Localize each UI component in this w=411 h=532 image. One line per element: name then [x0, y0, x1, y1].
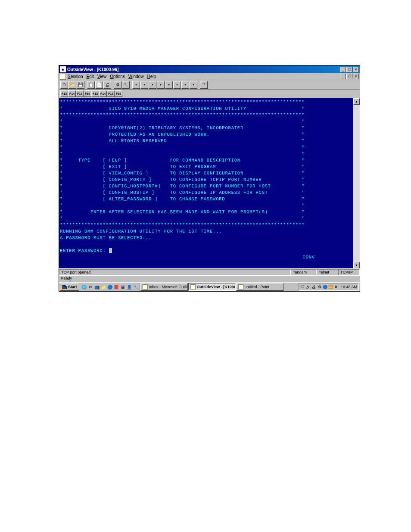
- fkey-f14a[interactable]: F14: [68, 90, 76, 97]
- scroll-up-icon[interactable]: ▲: [353, 98, 360, 105]
- status-tandem: Tandem: [291, 269, 317, 275]
- app-icon: ◆: [60, 66, 66, 72]
- tool3-icon[interactable]: ▪: [149, 81, 156, 89]
- tray-icon-5[interactable]: 🔵: [323, 284, 328, 289]
- t-line: * [ CONFIG_HOSTIP ] TO CONFIGURE IP ADDR…: [60, 190, 305, 195]
- paste-icon[interactable]: 📄: [95, 81, 103, 89]
- scroll-track[interactable]: [353, 105, 360, 262]
- print-icon[interactable]: 🖨: [103, 81, 111, 89]
- settings-icon[interactable]: 🔧: [122, 81, 130, 89]
- t-line: * ALL RIGHTS RESERVED *: [60, 138, 305, 143]
- t-prompt: ENTER PASSWORD:: [60, 248, 109, 253]
- terminal-container: ****************************************…: [59, 98, 360, 268]
- system-tray: 🛡 🔊 🖨 ⚙ 🔵 📶 🖥 10:48 AM: [299, 283, 359, 291]
- outer-close-button[interactable]: ✕: [353, 67, 359, 72]
- fkey-f13a[interactable]: F13: [60, 90, 68, 97]
- tool7-icon[interactable]: ▪: [181, 81, 189, 89]
- tray-icon-7[interactable]: 🖥: [334, 284, 339, 289]
- start-button[interactable]: Start: [60, 283, 79, 291]
- help-icon[interactable]: ?: [200, 81, 208, 89]
- t-line: RUNNING SMM CONFIGURATION UTILITY FOR TH…: [60, 229, 222, 234]
- vertical-scrollbar[interactable]: ▲ ▼: [353, 98, 360, 268]
- t-line: ****************************************…: [60, 112, 305, 118]
- tray-icon-3[interactable]: 🖨: [311, 284, 317, 289]
- t-line: * PROTECTED AS AN UNPUBLISHED WORK. *: [60, 132, 305, 137]
- config-icon[interactable]: ⚙: [114, 81, 121, 89]
- fkey-f15b[interactable]: F15: [107, 90, 115, 97]
- fkey-f16b[interactable]: F16: [115, 90, 122, 97]
- task3-label: untitled - Paint: [245, 285, 270, 289]
- t-line: * *: [60, 145, 305, 150]
- status-bar-2: Ready: [59, 275, 360, 282]
- menu-help[interactable]: Help: [147, 74, 156, 79]
- tray-icon-4[interactable]: ⚙: [317, 284, 322, 289]
- t-line: A PASSWORD MUST BE SELECTED...: [60, 235, 152, 240]
- fkey-f16a[interactable]: F16: [84, 90, 91, 97]
- mdi-maximize-button[interactable]: ❐: [346, 74, 352, 79]
- fkey-f14b[interactable]: F14: [99, 90, 107, 97]
- tool5-icon[interactable]: ▪: [165, 81, 173, 89]
- t-line: * [ CONFIG_PORT# ] TO CONFIGURE TCPIP PO…: [60, 177, 305, 182]
- mdi-close-button[interactable]: ✕: [353, 74, 359, 79]
- fkey-f13b[interactable]: F13: [91, 90, 99, 97]
- outer-minimize-button[interactable]: _: [340, 67, 346, 72]
- save-icon[interactable]: 💾: [77, 81, 84, 89]
- ql-icon-7[interactable]: 🖥: [120, 284, 126, 290]
- outsideview-icon: [190, 284, 196, 289]
- task1-label: Inbox - Microsoft Outlook: [149, 285, 188, 289]
- mdi-icon: [60, 74, 66, 80]
- menu-session[interactable]: Session: [68, 74, 83, 79]
- fkey-f15a[interactable]: F15: [76, 90, 84, 97]
- ql-icon-6[interactable]: 📕: [113, 284, 119, 290]
- tool1-icon[interactable]: ▪: [132, 81, 140, 89]
- t-line: * *: [60, 203, 305, 208]
- tool8-icon[interactable]: ▪: [190, 81, 197, 89]
- t-line: * ENTER AFTER SELECTION HAS BEEN MADE AN…: [60, 209, 305, 215]
- tray-icon-1[interactable]: 🛡: [300, 284, 305, 289]
- tray-icon-6[interactable]: 📶: [328, 284, 333, 289]
- outer-maximize-button[interactable]: ❐: [346, 67, 352, 72]
- ql-icon-8[interactable]: 👤: [126, 284, 132, 290]
- ql-icon-3[interactable]: 📺: [94, 284, 100, 290]
- t-line: * *: [60, 151, 305, 156]
- copy-icon[interactable]: 📋: [87, 81, 95, 89]
- menu-options[interactable]: Options: [110, 74, 125, 79]
- t-line: * SILO 9710 MEDIA MANAGER CONFIGURATION …: [60, 106, 305, 111]
- t-line: * [ VIEW_CONFIG ] TO DISPLAY CONFIGURATI…: [60, 171, 305, 176]
- tray-clock[interactable]: 10:48 AM: [341, 285, 357, 289]
- windows-flag-icon: [62, 285, 67, 289]
- paint-icon: [238, 284, 243, 289]
- menu-view[interactable]: View: [97, 74, 107, 79]
- menu-edit[interactable]: Edit: [87, 74, 94, 79]
- mdi-minimize-button[interactable]: _: [340, 74, 346, 79]
- ql-icon-5[interactable]: 🔵: [107, 284, 113, 290]
- taskbar-task-1[interactable]: Inbox - Microsoft Outlook: [140, 283, 188, 291]
- status-telnet: Telnet: [317, 269, 338, 275]
- t-line: * TYPE [ HELP ] FOR COMMAND DESCRIPTION …: [60, 158, 305, 163]
- toolbar: 🗋 📂 💾 📋 📄 🖨 ⚙ 🔧 ▪ ▪ ▪ ▪ ▪ ▪ ▪ ▪ ?: [59, 80, 360, 90]
- ql-icon-4[interactable]: 📁: [100, 284, 106, 290]
- ql-icon-9[interactable]: 🔧: [133, 284, 139, 290]
- tool2-icon[interactable]: ▪: [140, 81, 148, 89]
- menu-window[interactable]: Window: [128, 74, 144, 79]
- taskbar-task-3[interactable]: untitled - Paint: [236, 283, 283, 291]
- tool4-icon[interactable]: ▪: [157, 81, 165, 89]
- ql-icon-2[interactable]: ✉: [87, 284, 93, 290]
- scroll-down-icon[interactable]: ▼: [353, 262, 360, 268]
- t-line: ****************************************…: [60, 222, 305, 227]
- status-tcp: TCP port opened: [59, 269, 291, 275]
- new-icon[interactable]: 🗋: [60, 81, 68, 89]
- terminal[interactable]: ****************************************…: [59, 98, 353, 268]
- ql-icon-1[interactable]: 🌐: [81, 284, 87, 290]
- status-ready: Ready: [61, 276, 72, 280]
- taskbar: Start 🌐 ✉ 📺 📁 🔵 📕 🖥 👤 🔧 Inbox - Microsof…: [59, 282, 360, 291]
- tool6-icon[interactable]: ▪: [173, 81, 181, 89]
- open-icon[interactable]: 📂: [68, 81, 76, 89]
- quick-launch: 🌐 ✉ 📺 📁 🔵 📕 🖥 👤 🔧: [80, 283, 140, 291]
- menu-bar: Session Edit View Options Window Help _ …: [59, 73, 360, 80]
- window-title: OutsideView - [K1000-96]: [67, 67, 340, 72]
- t-line: * *: [60, 216, 305, 221]
- outlook-icon: [143, 284, 148, 289]
- taskbar-task-2[interactable]: OutsideView - [K1000...: [188, 283, 236, 291]
- tray-icon-2[interactable]: 🔊: [306, 284, 311, 289]
